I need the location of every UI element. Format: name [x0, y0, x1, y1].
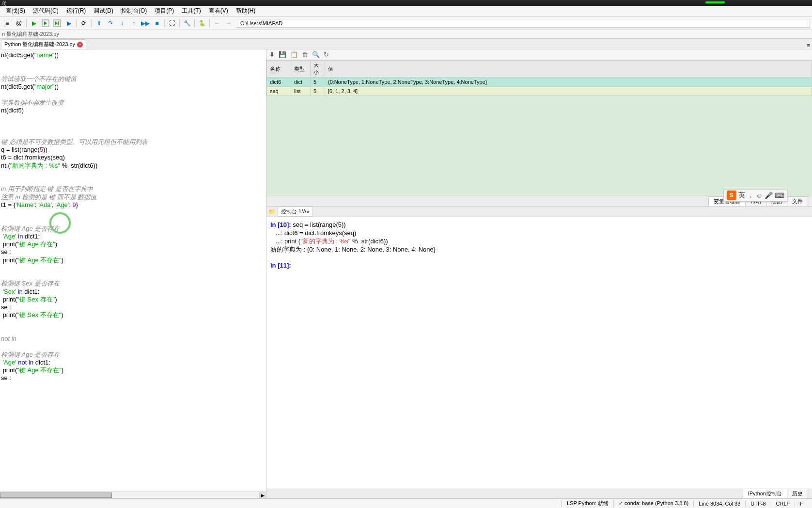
console-tab[interactable]: 控制台 1/A ×	[278, 206, 313, 217]
run-icon[interactable]: ▶	[29, 18, 39, 29]
var-cell: list	[291, 87, 311, 96]
ime-punct[interactable]: ，	[747, 191, 754, 200]
step-out-icon[interactable]: ↑	[128, 18, 139, 29]
status-lsp[interactable]: LSP Python: 就绪	[562, 500, 613, 507]
menu-item[interactable]: 项目(P)	[151, 6, 178, 16]
var-cell: [0, 1, 2, 3, 4]	[325, 87, 812, 96]
ime-toolbar[interactable]: S 英 ， ☺ 🎤 ⌨	[723, 189, 788, 202]
code-line: nt ("新的字典为 : %s" % str(dict6))	[1, 162, 265, 170]
menu-item[interactable]: 查找(S)	[2, 6, 29, 16]
step-into-icon[interactable]: ↓	[117, 18, 127, 29]
code-line: t6 = dict.fromkeys(seq)	[1, 154, 265, 161]
scroll-right-icon[interactable]: ▶	[259, 492, 266, 498]
debug-pause-icon[interactable]: ⏸	[94, 18, 104, 29]
ipython-console[interactable]: In [10]: seq = list(range(5)) ...: dict6…	[266, 217, 812, 489]
editor-tabbar: Python 量化编程基础-2023.py × ≡	[0, 39, 812, 49]
save-data-icon[interactable]: 💾	[279, 51, 286, 58]
code-line: in 用于判断指定 键 是否在字典中	[1, 185, 265, 193]
run-cell-icon[interactable]	[40, 18, 51, 29]
console-header: 📁 控制台 1/A ×	[266, 206, 812, 217]
python-path-icon[interactable]: 🐍	[197, 18, 207, 29]
bottom-tab[interactable]: IPython控制台	[743, 489, 787, 499]
save-as-icon[interactable]: 📋	[290, 51, 298, 58]
pane-tab[interactable]: 文件	[787, 196, 808, 206]
var-cell: 5	[311, 87, 325, 96]
menu-item[interactable]: 运行(R)	[62, 6, 90, 16]
close-icon[interactable]: ×	[307, 209, 310, 215]
code-line: not in	[1, 335, 265, 343]
code-editor[interactable]: nt(dict5.get("name")) 尝试读取一个不存在的键值nt(dic…	[0, 49, 266, 492]
delete-all-icon[interactable]: 🗑	[302, 51, 308, 58]
maximize-panel-icon[interactable]: ⛶	[167, 18, 177, 29]
code-line	[1, 343, 265, 350]
code-line: 键 必须是不可变数据类型。可以用元组但不能用列表	[1, 138, 265, 146]
breadcrumb: n 量化编程基础-2023.py	[0, 30, 812, 39]
menu-item[interactable]: 源代码(C)	[29, 6, 62, 16]
var-toolbar: ⬇ 💾 📋 🗑 🔍 ↻	[266, 49, 812, 60]
var-header[interactable]: 类型	[291, 61, 311, 78]
code-line: print("键 Age 不存在")	[1, 366, 265, 374]
at-icon[interactable]: @	[14, 18, 24, 29]
menubar: 查找(S)源代码(C)运行(R)调试(D)控制台(O)项目(P)工具(T)查看(…	[0, 6, 812, 16]
menu-item[interactable]: 调试(D)	[90, 6, 117, 16]
debug-run-icon[interactable]: ▶	[63, 18, 74, 29]
code-line: 尝试读取一个不存在的键值	[1, 75, 265, 83]
scrollbar-thumb[interactable]	[0, 492, 112, 498]
window-titlebar: .8)	[0, 0, 812, 6]
preferences-icon[interactable]: 🔧	[182, 18, 192, 29]
tab-options-icon[interactable]: ≡	[807, 42, 810, 49]
menu-item[interactable]: 查看(V)	[205, 6, 232, 16]
code-line	[1, 327, 265, 335]
emoji-icon[interactable]: ☺	[756, 191, 763, 199]
console-line	[270, 254, 808, 262]
step-over-icon[interactable]: ↷	[105, 18, 116, 29]
menu-item[interactable]: 工具(T)	[178, 6, 204, 16]
var-row[interactable]: dict6dict5{0:NoneType, 1:NoneType, 2:Non…	[267, 78, 812, 87]
outline-icon[interactable]: ≡	[2, 18, 13, 29]
code-line	[1, 264, 265, 272]
code-line	[1, 319, 265, 327]
continue-icon[interactable]: ▶▶	[140, 18, 151, 29]
code-line: 'Age' not in dict1:	[1, 359, 265, 366]
refresh-icon[interactable]: ↻	[324, 51, 329, 58]
ime-lang[interactable]: 英	[738, 191, 745, 200]
var-row[interactable]: seqlist5[0, 1, 2, 3, 4]	[267, 87, 812, 96]
menu-item[interactable]: 帮助(H)	[232, 6, 260, 16]
code-line: 检测键 Sex 是否存在	[1, 280, 265, 287]
nav-forward-icon[interactable]: →	[223, 18, 234, 29]
mic-icon[interactable]: 🎤	[765, 191, 773, 199]
var-header[interactable]: 名称	[267, 61, 291, 78]
sogou-logo-icon[interactable]: S	[727, 190, 736, 200]
stop-icon[interactable]: ■	[152, 18, 162, 29]
code-line: nt(dict5)	[1, 107, 265, 114]
code-line	[1, 272, 265, 280]
var-cell: dict	[291, 78, 311, 87]
status-eol[interactable]: CRLF	[771, 501, 795, 507]
code-line	[1, 91, 265, 98]
browse-icon[interactable]: 📁	[268, 208, 276, 215]
nav-back-icon[interactable]: ←	[212, 18, 222, 29]
editor-tab[interactable]: Python 量化编程基础-2023.py ×	[1, 39, 86, 49]
menu-item[interactable]: 控制台(O)	[117, 6, 151, 16]
code-line	[1, 114, 265, 122]
working-dir-input[interactable]	[237, 19, 810, 28]
bottom-tab[interactable]: 历史	[787, 489, 808, 499]
run-cell-advance-icon[interactable]	[52, 18, 62, 29]
status-cursor-pos: Line 3034, Col 33	[693, 501, 745, 507]
restart-icon[interactable]: ⟳	[78, 18, 89, 29]
var-header[interactable]: 大小	[311, 61, 325, 78]
var-header[interactable]: 值	[325, 61, 812, 78]
code-line	[1, 177, 265, 185]
console-line: In [11]:	[270, 262, 808, 270]
main-area: nt(dict5.get("name")) 尝试读取一个不存在的键值nt(dic…	[0, 49, 812, 498]
editor-hscrollbar[interactable]: ▶	[0, 492, 266, 498]
var-cell: {0:NoneType, 1:NoneType, 2:NoneType, 3:N…	[325, 78, 812, 87]
code-line: 'Sex' in dict1:	[1, 288, 265, 296]
import-data-icon[interactable]: ⬇	[269, 51, 275, 58]
editor-tab-label: Python 量化编程基础-2023.py	[4, 41, 75, 48]
keyboard-icon[interactable]: ⌨	[775, 191, 784, 199]
search-icon[interactable]: 🔍	[312, 51, 320, 58]
status-conda[interactable]: ✓ conda: base (Python 3.8.8)	[613, 500, 693, 507]
status-encoding[interactable]: UTF-8	[745, 501, 770, 507]
close-icon[interactable]: ×	[77, 42, 83, 48]
